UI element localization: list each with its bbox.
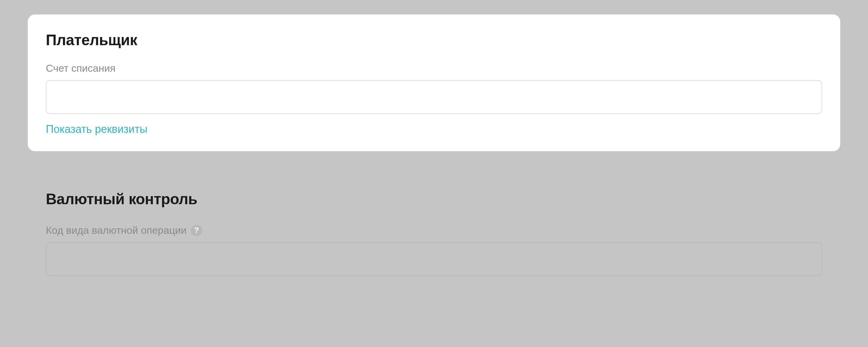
currency-control-section: Валютный контроль Код вида валютной опер… [28,190,840,276]
operation-code-label-text: Код вида валютной операции [46,224,187,236]
account-label: Счет списания [46,62,822,74]
operation-code-input[interactable] [46,242,822,276]
account-input[interactable] [46,80,822,114]
show-details-link[interactable]: Показать реквизиты [46,123,147,135]
form-container: Плательщик Счет списания Показать реквиз… [0,14,868,347]
operation-code-field-group: Код вида валютной операции ? [46,224,822,276]
payer-title: Плательщик [46,31,822,49]
account-field-group: Счет списания [46,62,822,114]
currency-control-title: Валютный контроль [46,190,822,208]
operation-code-label: Код вида валютной операции ? [46,224,822,236]
payer-card: Плательщик Счет списания Показать реквиз… [28,14,840,151]
help-icon[interactable]: ? [191,225,202,236]
